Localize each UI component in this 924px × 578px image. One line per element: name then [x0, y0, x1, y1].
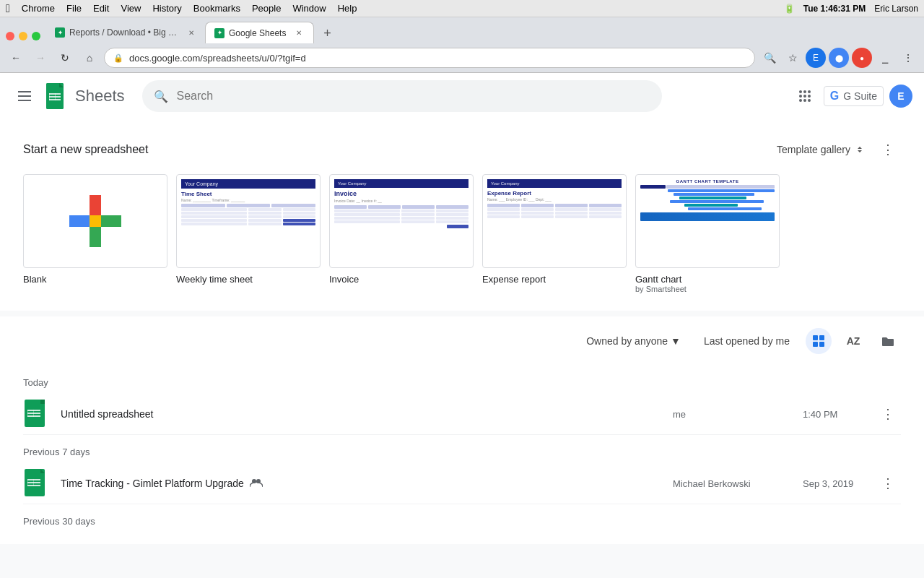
window-maximize-btn[interactable] [32, 32, 40, 40]
svg-point-17 [799, 99, 802, 102]
template-blank[interactable]: Blank [23, 174, 167, 293]
template-gantt-sublabel: by Smartsheet [635, 285, 780, 293]
menu-history[interactable]: History [152, 3, 181, 14]
template-expense[interactable]: Your Company Expense Report Name: ___ Em… [482, 174, 627, 293]
dropdown-arrow-icon: ▼ [671, 335, 681, 347]
browser-chrome: ✦ Reports / Download • Big Cam... ✕ ✦ Go… [0, 17, 924, 73]
file-row-untitled[interactable]: Untitled spreadsheet me 1:40 PM ⋮ [23, 394, 901, 435]
address-bar[interactable]: 🔒 docs.google.com/spreadsheets/u/0/?tgif… [104, 48, 755, 68]
hamburger-menu-btn[interactable] [12, 83, 38, 109]
owner-filter-btn[interactable]: Owned by anyone ▼ [579, 331, 688, 351]
tab-favicon-reports: ✦ [55, 27, 65, 38]
tab-reports[interactable]: ✦ Reports / Download • Big Cam... ✕ [46, 22, 205, 43]
templates-section-header: Start a new spreadsheet Template gallery… [23, 137, 901, 163]
tab-close-sheets[interactable]: ✕ [293, 27, 305, 39]
file-name-text: Time Tracking - Gimlet Platform Upgrade [61, 478, 244, 489]
section-divider [0, 311, 924, 316]
svg-point-15 [803, 95, 806, 98]
google-apps-btn[interactable] [792, 83, 818, 109]
bookmark-btn[interactable]: ☆ [783, 48, 803, 68]
menu-bookmarks[interactable]: Bookmarks [193, 3, 240, 14]
menu-chrome[interactable]: Chrome [22, 3, 55, 14]
window-minimize-btn[interactable] [19, 32, 27, 40]
tab-sheets[interactable]: ✦ Google Sheets ✕ [205, 22, 314, 43]
tab-bar: ✦ Reports / Download • Big Cam... ✕ ✦ Go… [0, 17, 924, 43]
templates-grid: Blank Your Company Time Sheet Name: ____… [23, 174, 901, 293]
file-icon-untitled [23, 401, 49, 427]
system-time: Tue 1:46:31 PM [803, 4, 866, 14]
svg-rect-20 [813, 335, 818, 340]
template-invoice-thumb: Your Company Invoice Invoice Date: __ In… [329, 174, 474, 268]
svg-rect-0 [18, 91, 31, 92]
expense-preview: Your Company Expense Report Name: ___ Em… [483, 175, 626, 267]
template-gallery-btn[interactable]: Template gallery [771, 140, 872, 159]
menu-view[interactable]: View [121, 3, 141, 14]
sheets-logo-icon [40, 82, 69, 111]
new-tab-button[interactable]: + [317, 23, 337, 43]
window-close-btn[interactable] [6, 32, 14, 40]
search-icon: 🔍 [154, 90, 168, 103]
forward-button[interactable]: → [30, 48, 51, 68]
gsuite-badge: G G Suite [824, 86, 884, 106]
gsuite-label: G Suite [843, 90, 877, 102]
file-more-timetracking[interactable]: ⋮ [875, 470, 901, 496]
menu-window[interactable]: Window [292, 3, 326, 14]
expand-arrows-icon [853, 143, 866, 156]
svg-rect-37 [27, 479, 28, 486]
file-info-timetracking: Time Tracking - Gimlet Platform Upgrade [61, 478, 673, 490]
app-header: Sheets 🔍 G G Suite E [0, 73, 924, 119]
files-controls: Owned by anyone ▼ Last opened by me AZ [579, 328, 901, 354]
tab-close-reports[interactable]: ✕ [186, 27, 196, 38]
grid-view-btn[interactable] [806, 328, 832, 354]
back-button[interactable]: ← [6, 48, 26, 68]
menu-file[interactable]: File [66, 3, 82, 14]
user-name: Eric Larson [874, 4, 918, 14]
menu-help[interactable]: Help [338, 3, 357, 14]
home-button[interactable]: ⌂ [79, 48, 100, 68]
main-content: Start a new spreadsheet Template gallery… [0, 119, 924, 578]
sort-az-btn[interactable]: AZ [840, 328, 866, 354]
sort-az-icon: AZ [847, 335, 860, 347]
browser-menu-btn[interactable]: ⋮ [898, 48, 918, 68]
svg-point-18 [803, 99, 806, 102]
menu-edit[interactable]: Edit [93, 3, 109, 14]
shared-people-icon [250, 478, 263, 488]
template-timesheet[interactable]: Your Company Time Sheet Name: _________ … [176, 174, 321, 293]
extensions-btn[interactable]: ⎯ [875, 48, 895, 68]
svg-point-12 [803, 90, 806, 93]
search-bar[interactable]: 🔍 [142, 80, 662, 112]
template-expense-thumb: Your Company Expense Report Name: ___ Em… [482, 174, 627, 268]
template-blank-label: Blank [23, 274, 167, 285]
file-row-timetracking[interactable]: Time Tracking - Gimlet Platform Upgrade … [23, 463, 901, 504]
file-more-untitled[interactable]: ⋮ [875, 401, 901, 427]
account-circle-btn[interactable]: E [806, 48, 826, 68]
search-input[interactable] [177, 90, 650, 103]
svg-point-16 [808, 95, 811, 98]
svg-point-13 [808, 90, 811, 93]
template-gantt-label: Gantt chart [635, 274, 780, 285]
template-gantt[interactable]: GANTT CHART TEMPLATE [635, 174, 780, 293]
chrome-extension-btn1[interactable]: ⬤ [829, 48, 849, 68]
user-avatar[interactable]: E [889, 85, 912, 108]
menu-people[interactable]: People [252, 3, 281, 14]
shared-icon [250, 478, 263, 490]
tab-favicon-sheets: ✦ [214, 28, 225, 38]
sheets-file-icon-svg2 [23, 469, 49, 498]
template-gallery-controls: Template gallery ⋮ [771, 137, 901, 163]
sort-btn[interactable]: Last opened by me [697, 331, 797, 351]
apple-menu[interactable]:  [6, 2, 10, 15]
ssl-lock-icon: 🔒 [113, 53, 123, 63]
templates-section: Start a new spreadsheet Template gallery… [0, 119, 924, 311]
gsuite-g: G [830, 90, 839, 103]
template-invoice[interactable]: Your Company Invoice Invoice Date: __ In… [329, 174, 474, 293]
folder-view-btn[interactable] [875, 328, 901, 354]
template-gallery-label: Template gallery [777, 144, 850, 155]
browser-search-btn[interactable]: 🔍 [759, 48, 780, 68]
reload-button[interactable]: ↻ [55, 48, 75, 68]
menu-bar:  Chrome File Edit View History Bookmark… [0, 0, 924, 17]
chrome-extension-btn2[interactable]: ● [852, 48, 872, 68]
templates-more-btn[interactable]: ⋮ [875, 137, 901, 163]
google-apps-icon [798, 89, 812, 103]
files-section: Owned by anyone ▼ Last opened by me AZ [0, 316, 924, 544]
invoice-preview: Your Company Invoice Invoice Date: __ In… [330, 175, 473, 267]
